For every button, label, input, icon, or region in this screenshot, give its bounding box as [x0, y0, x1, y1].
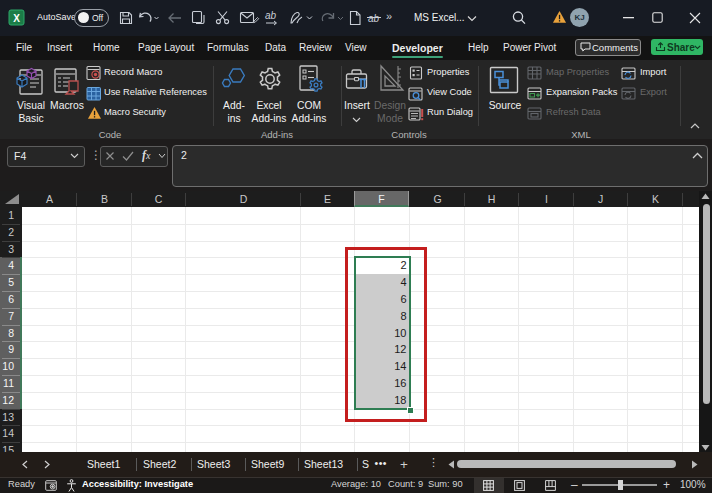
svg-text:X: X	[13, 13, 20, 24]
svg-text:ab: ab	[368, 13, 380, 24]
svg-text:ab: ab	[265, 10, 277, 21]
